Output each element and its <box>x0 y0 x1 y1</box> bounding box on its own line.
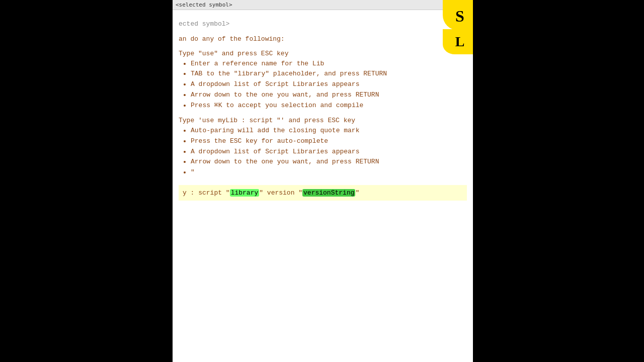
list-item: TAB to the "library" placeholder, and pr… <box>191 69 467 79</box>
intro-line: an do any of the following: <box>179 34 467 44</box>
overlay-mid-circle: L <box>443 29 473 54</box>
list-item: " <box>191 167 467 178</box>
code-version: versionString <box>302 189 355 197</box>
list-item: Enter a reference name for the Lib <box>191 59 467 69</box>
list-item: A dropdown list of Script Libraries appe… <box>191 147 467 157</box>
list-item: A dropdown list of Script Libraries appe… <box>191 79 467 90</box>
code-prefix: y : script " <box>183 189 230 197</box>
section2-list: Auto-paring will add the closing quote m… <box>179 126 467 178</box>
code-line: y : script "library" version "versionStr… <box>179 185 467 201</box>
code-library: library <box>230 189 260 197</box>
top-bar-text: <selected symbol> <box>176 2 232 8</box>
section1-list: Enter a reference name for the Lib TAB t… <box>179 59 467 111</box>
code-suffix: " <box>355 189 359 197</box>
list-item: Press ⌘K to accept you selection and com… <box>191 101 467 111</box>
truncated-line: ected symbol> <box>179 19 467 29</box>
left-panel <box>0 0 173 362</box>
code-middle: " version " <box>259 189 302 197</box>
list-item: Auto-paring will add the closing quote m… <box>191 126 467 136</box>
right-panel <box>473 0 644 362</box>
list-item: Arrow down to the one you want, and pres… <box>191 90 467 101</box>
content-area: ected symbol> an do any of the following… <box>173 10 473 205</box>
section1-header: Type "use" and press ESC key <box>179 49 467 59</box>
main-panel: <selected symbol> ected symbol> an do an… <box>173 0 473 362</box>
section2-header: Type 'use myLib : script "' and press ES… <box>179 116 467 126</box>
overlay-top-circle: S <box>443 0 473 30</box>
top-bar: <selected symbol> <box>173 0 473 10</box>
list-item: Press the ESC key for auto-complete <box>191 136 467 147</box>
list-item: Arrow down to the one you want, and pres… <box>191 157 467 167</box>
